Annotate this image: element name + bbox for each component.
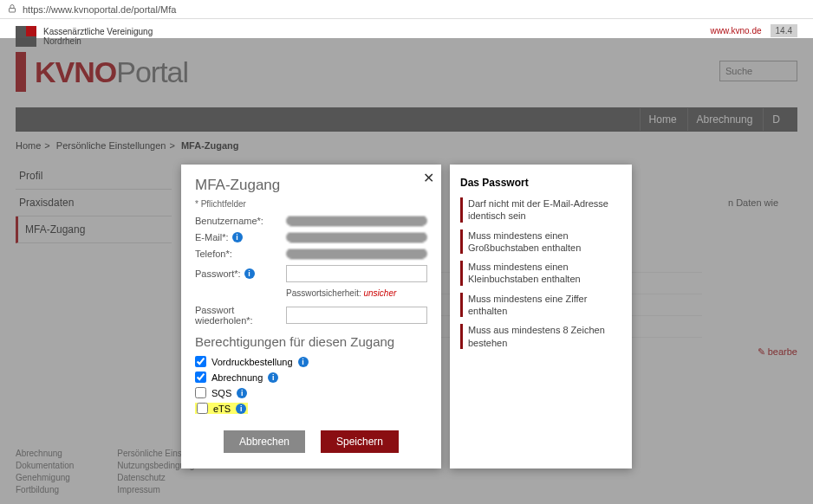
- info-icon[interactable]: i: [298, 357, 309, 367]
- password-input[interactable]: [286, 265, 427, 282]
- permissions-title: Berechtigungen für diesen Zugang: [195, 334, 427, 349]
- permission-label: Abrechnung: [211, 372, 263, 383]
- email-value: [286, 232, 427, 242]
- permission-checkbox[interactable]: [195, 372, 206, 383]
- permission-row: Abrechnung i: [195, 372, 427, 383]
- kvno-link[interactable]: www.kvno.de: [711, 26, 762, 36]
- permission-row: Vordruckbestellung i: [195, 356, 427, 367]
- mfa-modal: ✕ MFA-Zugang * Pflichtfelder Benutzernam…: [181, 165, 441, 468]
- permission-label: SQS: [211, 388, 231, 398]
- password-repeat-input[interactable]: [286, 307, 427, 324]
- permission-label: eTS: [213, 404, 231, 414]
- info-icon[interactable]: i: [237, 388, 247, 398]
- permission-row: SQS i: [195, 387, 427, 398]
- password-rules-panel: Das Passwort Darf nicht mit der E-Mail-A…: [450, 165, 632, 468]
- info-icon[interactable]: i: [232, 232, 243, 242]
- permission-label: Vordruckbestellung: [211, 357, 293, 367]
- cancel-button[interactable]: Abbrechen: [224, 430, 305, 453]
- required-hint: * Pflichtfelder: [195, 199, 427, 209]
- lock-icon: [7, 3, 17, 16]
- top-badge: 14.4: [771, 24, 797, 37]
- svg-rect-0: [10, 8, 16, 12]
- permission-checkbox[interactable]: [195, 356, 206, 367]
- url-text: https://www.kvnoportal.de/portal/Mfa: [23, 4, 176, 15]
- permission-checkbox[interactable]: [195, 387, 206, 398]
- telefon-value: [286, 249, 427, 259]
- browser-url-bar: https://www.kvnoportal.de/portal/Mfa: [0, 0, 813, 19]
- permission-checkbox[interactable]: [197, 403, 208, 414]
- permission-row: eTS i: [195, 403, 248, 414]
- password-rule: Muss mindestens eine Ziffer enthalten: [460, 293, 621, 318]
- save-button[interactable]: Speichern: [321, 430, 399, 453]
- password-strength: Passwortsicherheit: unsicher: [286, 288, 427, 298]
- info-icon[interactable]: i: [268, 372, 278, 383]
- username-value: [286, 216, 427, 226]
- password-rule: Muss mindestens einen Großbuchstaben ent…: [460, 229, 621, 255]
- password-rule: Muss aus mindestens 8 Zeichen bestehen: [460, 324, 621, 349]
- password-rule: Darf nicht mit der E-Mail-Adresse identi…: [460, 197, 621, 223]
- close-icon[interactable]: ✕: [423, 170, 434, 186]
- password-rule: Muss mindestens einen Kleinbuchstaben en…: [460, 261, 621, 286]
- modal-title: MFA-Zugang: [195, 177, 427, 194]
- info-icon[interactable]: i: [244, 268, 255, 279]
- info-icon[interactable]: i: [236, 404, 246, 414]
- rules-title: Das Passwort: [460, 177, 621, 189]
